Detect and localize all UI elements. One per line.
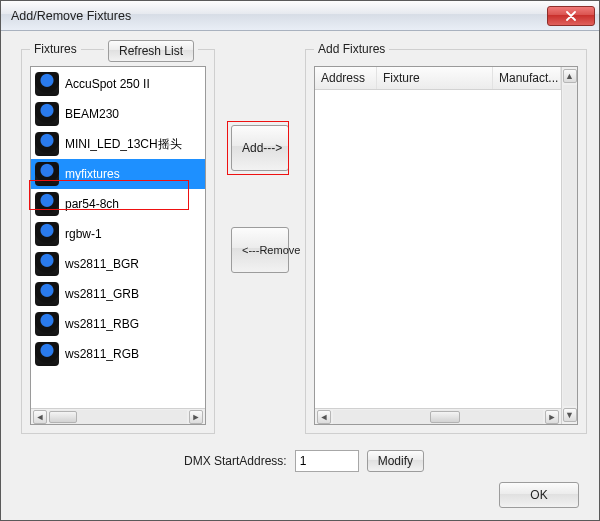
- list-item[interactable]: par54-8ch: [31, 189, 205, 219]
- fixtures-group: Fixtures Refresh List AccuSpot 250 IIBEA…: [21, 49, 215, 434]
- scroll-down-icon[interactable]: ▼: [563, 408, 577, 422]
- window-title: Add/Remove Fixtures: [11, 9, 131, 23]
- modify-button[interactable]: Modify: [367, 450, 424, 472]
- fixture-icon: [35, 132, 59, 156]
- fixture-icon: [35, 252, 59, 276]
- list-item-label: par54-8ch: [65, 197, 119, 211]
- scroll-left-icon[interactable]: ◄: [317, 410, 331, 424]
- fixture-icon: [35, 282, 59, 306]
- list-item-label: MINI_LED_13CH摇头: [65, 136, 182, 153]
- add-fixtures-group-label: Add Fixtures: [314, 42, 389, 56]
- list-item[interactable]: myfixtures: [31, 159, 205, 189]
- list-item[interactable]: BEAM230: [31, 99, 205, 129]
- scroll-right-icon[interactable]: ►: [189, 410, 203, 424]
- table-body: [315, 90, 561, 408]
- ok-button[interactable]: OK: [499, 482, 579, 508]
- list-item-label: rgbw-1: [65, 227, 102, 241]
- refresh-list-button[interactable]: Refresh List: [108, 40, 194, 62]
- scroll-up-icon[interactable]: ▲: [563, 69, 577, 83]
- fixture-icon: [35, 162, 59, 186]
- list-item[interactable]: MINI_LED_13CH摇头: [31, 129, 205, 159]
- list-item[interactable]: ws2811_GRB: [31, 279, 205, 309]
- list-item[interactable]: rgbw-1: [31, 219, 205, 249]
- fixture-icon: [35, 312, 59, 336]
- dialog-window: Add/Remove Fixtures Fixtures Refresh Lis…: [0, 0, 600, 521]
- fixture-icon: [35, 222, 59, 246]
- client-area: Fixtures Refresh List AccuSpot 250 IIBEA…: [1, 31, 599, 520]
- list-item[interactable]: ws2811_RGB: [31, 339, 205, 369]
- add-button[interactable]: Add--->: [231, 125, 289, 171]
- scroll-right-icon[interactable]: ►: [545, 410, 559, 424]
- list-item-label: ws2811_BGR: [65, 257, 139, 271]
- remove-button[interactable]: <---Remove: [231, 227, 289, 273]
- list-item-label: BEAM230: [65, 107, 119, 121]
- titlebar: Add/Remove Fixtures: [1, 1, 599, 31]
- list-item-label: ws2811_RGB: [65, 347, 139, 361]
- list-item[interactable]: ws2811_RBG: [31, 309, 205, 339]
- dmx-start-address-input[interactable]: [295, 450, 359, 472]
- fixture-icon: [35, 342, 59, 366]
- list-item-label: ws2811_RBG: [65, 317, 139, 331]
- dmx-row: DMX StartAddress: Modify: [21, 434, 587, 478]
- table-header: Address Fixture Manufact...: [315, 67, 561, 90]
- fixtures-listbox[interactable]: AccuSpot 250 IIBEAM230MINI_LED_13CH摇头myf…: [30, 66, 206, 425]
- close-button[interactable]: [547, 6, 595, 26]
- scroll-left-icon[interactable]: ◄: [33, 410, 47, 424]
- col-address[interactable]: Address: [315, 67, 377, 89]
- add-fixtures-hscrollbar[interactable]: ◄ ►: [315, 408, 561, 424]
- list-item-label: myfixtures: [65, 167, 120, 181]
- fixtures-hscrollbar[interactable]: ◄ ►: [31, 408, 205, 424]
- fixture-icon: [35, 102, 59, 126]
- fixture-icon: [35, 72, 59, 96]
- list-item-label: ws2811_GRB: [65, 287, 139, 301]
- list-item[interactable]: AccuSpot 250 II: [31, 69, 205, 99]
- add-fixtures-group: Add Fixtures Address Fixture Manufact...…: [305, 49, 587, 434]
- list-item-label: AccuSpot 250 II: [65, 77, 150, 91]
- add-fixtures-table[interactable]: Address Fixture Manufact... ◄ ►: [315, 67, 561, 424]
- add-fixtures-vscrollbar[interactable]: ▲ ▼: [561, 67, 577, 424]
- list-item[interactable]: ws2811_BGR: [31, 249, 205, 279]
- fixtures-group-label: Fixtures: [30, 42, 81, 56]
- col-fixture[interactable]: Fixture: [377, 67, 493, 89]
- close-icon: [566, 11, 576, 21]
- dmx-label: DMX StartAddress:: [184, 454, 287, 468]
- middle-buttons: Add---> <---Remove: [223, 49, 297, 434]
- col-manufacturer[interactable]: Manufact...: [493, 67, 561, 89]
- fixture-icon: [35, 192, 59, 216]
